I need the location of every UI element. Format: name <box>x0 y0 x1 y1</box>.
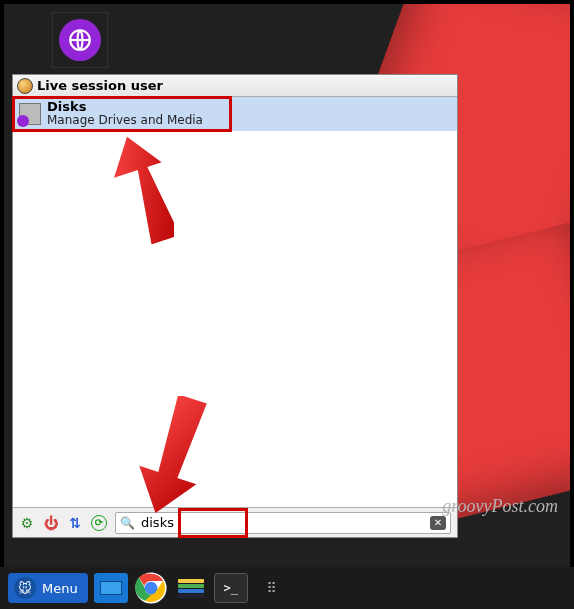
desktop-icon <box>100 581 122 595</box>
taskbar: 🐭 Menu >_ ⠿ <box>0 567 574 609</box>
result-item-description: Manage Drives and Media <box>47 114 203 127</box>
terminal-icon: >_ <box>223 581 237 595</box>
distro-logo-icon: 🐭 <box>14 577 36 599</box>
sort-icon[interactable]: ⇅ <box>67 515 83 531</box>
menu-header: Live session user <box>13 75 457 97</box>
result-item-title: Disks <box>47 100 203 114</box>
files-icon-stripe-3 <box>178 589 204 593</box>
gear-badge-icon <box>17 115 29 127</box>
app-menu-window: Live session user Disks Manage Drives an… <box>12 74 458 538</box>
desktop-launcher-browser[interactable] <box>52 12 108 68</box>
start-menu-label: Menu <box>42 581 78 596</box>
lock-icon[interactable]: ⏻ <box>43 515 59 531</box>
result-item-disks[interactable]: Disks Manage Drives and Media <box>13 97 457 131</box>
globe-icon <box>59 19 101 61</box>
more-apps-button[interactable]: ⠿ <box>254 573 288 603</box>
user-avatar-icon <box>17 78 33 94</box>
refresh-icon[interactable]: ⟳ <box>91 515 107 531</box>
search-input[interactable] <box>139 514 430 531</box>
files-icon-stripe-2 <box>178 584 204 588</box>
files-icon-stripe-1 <box>178 579 204 583</box>
settings-icon[interactable]: ⚙ <box>19 515 35 531</box>
start-menu-button[interactable]: 🐭 Menu <box>8 573 88 603</box>
search-icon: 🔍 <box>120 516 135 530</box>
terminal-launcher[interactable]: >_ <box>214 573 248 603</box>
show-desktop-button[interactable] <box>94 573 128 603</box>
chrome-icon <box>134 571 168 605</box>
chrome-launcher[interactable] <box>134 573 168 603</box>
clear-search-icon[interactable]: ✕ <box>430 516 446 530</box>
desktop-area: Live session user Disks Manage Drives an… <box>0 0 574 567</box>
disks-app-icon <box>19 103 41 125</box>
menu-results-list: Disks Manage Drives and Media <box>13 97 457 507</box>
menu-title: Live session user <box>37 78 163 93</box>
file-manager-launcher[interactable] <box>174 573 208 603</box>
files-icon-stripe-4 <box>178 594 204 598</box>
menu-footer: ⚙ ⏻ ⇅ ⟳ 🔍 ✕ <box>13 507 457 537</box>
search-field-wrapper: 🔍 ✕ <box>115 512 451 534</box>
